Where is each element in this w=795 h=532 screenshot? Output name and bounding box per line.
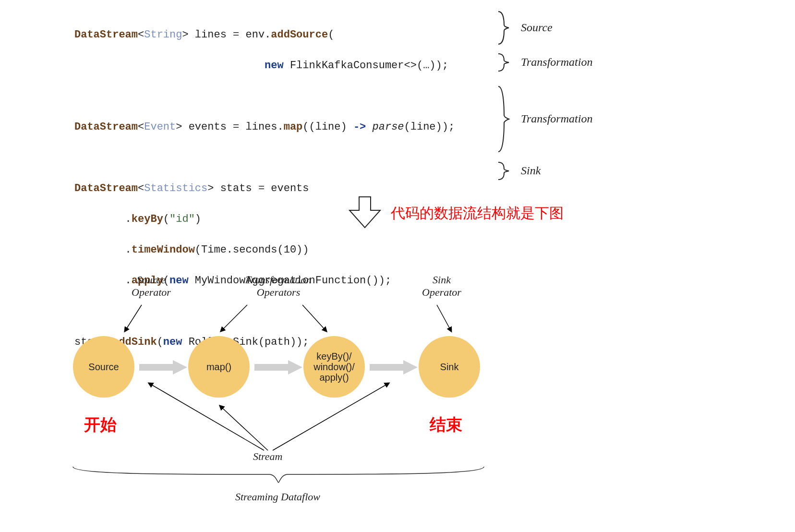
op-label-trans: Transformation Operators <box>235 274 322 299</box>
label-sink: Sink <box>521 164 541 177</box>
label-end: 结束 <box>430 414 462 436</box>
node-keyby-text: keyBy()/ window()/ apply() <box>313 351 355 383</box>
code-line-2: new FlinkKafkaConsumer<>(…)); <box>74 58 455 73</box>
code-line-5 <box>74 150 455 166</box>
code-line-8: .timeWindow(Time.seconds(10)) <box>74 242 455 258</box>
pointer-sink <box>434 302 458 336</box>
code-line-3 <box>74 89 455 104</box>
stream-arrow-2 <box>216 403 274 456</box>
svg-line-6 <box>273 383 389 450</box>
label-source: Source <box>521 21 553 34</box>
svg-line-2 <box>302 305 326 331</box>
caption-red: 代码的数据流结构就是下图 <box>391 204 564 223</box>
flow-arrow-1 <box>139 360 187 375</box>
brace-dataflow <box>72 466 485 490</box>
node-sink: Sink <box>419 336 480 398</box>
svg-line-1 <box>221 305 247 331</box>
pointer-trans-left <box>218 302 252 336</box>
node-source: Source <box>73 336 134 398</box>
code-line-6: DataStream<Statistics> stats = events <box>74 181 455 196</box>
label-trans2: Transformation <box>521 112 592 125</box>
svg-line-3 <box>437 305 451 331</box>
op-label-sink: Sink Operator <box>413 274 470 299</box>
label-trans1: Transformation <box>521 56 592 69</box>
brace-source <box>494 11 512 45</box>
svg-line-5 <box>220 406 268 450</box>
stream-arrow-3 <box>269 379 403 456</box>
label-start: 开始 <box>84 414 117 436</box>
flow-arrow-3 <box>370 360 418 375</box>
code-line-1: DataStream<String> lines = env.addSource… <box>74 27 455 43</box>
down-arrow-icon <box>346 194 384 232</box>
dataflow-label: Streaming Dataflow <box>235 491 320 503</box>
brace-sink <box>494 161 512 181</box>
code-line-4: DataStream<Event> events = lines.map((li… <box>74 120 455 135</box>
code-line-11: stats.addSink(new RollingSink(path)); <box>74 335 455 350</box>
brace-trans2 <box>494 85 512 153</box>
pointer-trans-right <box>300 302 334 336</box>
flow-arrow-2 <box>254 360 302 375</box>
op-label-source: Source Operator <box>122 274 180 299</box>
brace-trans1 <box>494 53 512 72</box>
pointer-source <box>122 302 146 336</box>
svg-line-0 <box>125 305 142 331</box>
